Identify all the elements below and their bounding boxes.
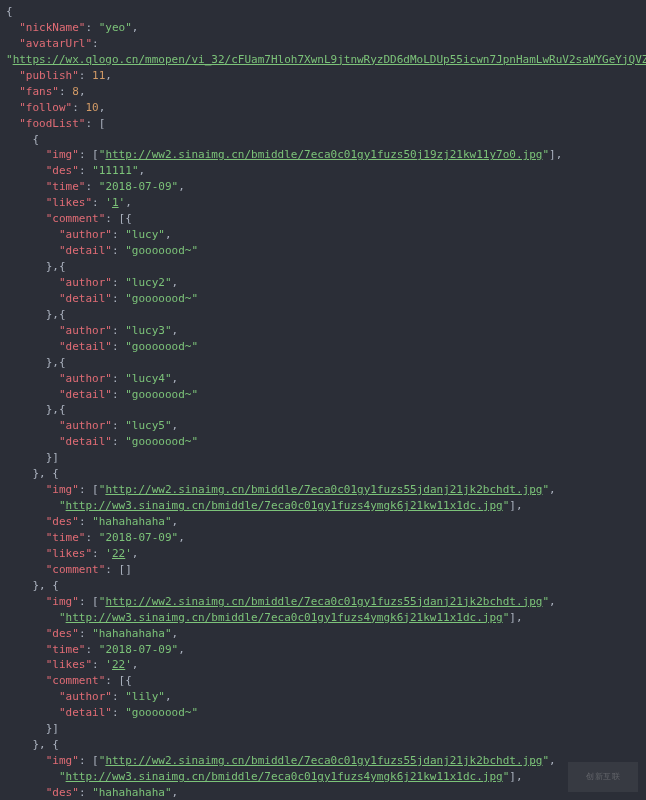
food2-img1-link[interactable]: http://ww3.sinaimg.cn/bmiddle/7eca0c01gy… bbox=[66, 611, 503, 624]
food1-likes-link[interactable]: 22 bbox=[112, 547, 125, 560]
food3-img0-link[interactable]: http://ww2.sinaimg.cn/bmiddle/7eca0c01gy… bbox=[105, 754, 542, 767]
watermark-logo: 创新互联 bbox=[568, 762, 638, 792]
food0-img0-link[interactable]: http://ww2.sinaimg.cn/bmiddle/7eca0c01gy… bbox=[105, 148, 542, 161]
food1-img0-link[interactable]: http://ww2.sinaimg.cn/bmiddle/7eca0c01gy… bbox=[105, 483, 542, 496]
food3-img1-link[interactable]: http://ww3.sinaimg.cn/bmiddle/7eca0c01gy… bbox=[66, 770, 503, 783]
food0-likes-link[interactable]: 1 bbox=[112, 196, 119, 209]
publish-value: 11 bbox=[92, 69, 105, 82]
fans-value: 8 bbox=[72, 85, 79, 98]
nickname-value: yeo bbox=[105, 21, 125, 34]
food2-img0-link[interactable]: http://ww2.sinaimg.cn/bmiddle/7eca0c01gy… bbox=[105, 595, 542, 608]
follow-value: 10 bbox=[85, 101, 98, 114]
json-code-block: { "nickName": "yeo", "avatarUrl": "https… bbox=[0, 4, 646, 800]
food2-likes-link[interactable]: 22 bbox=[112, 658, 125, 671]
food1-img1-link[interactable]: http://ww3.sinaimg.cn/bmiddle/7eca0c01gy… bbox=[66, 499, 503, 512]
avatar-url-link[interactable]: https://wx.qlogo.cn/mmopen/vi_32/cFUam7H… bbox=[13, 53, 646, 66]
